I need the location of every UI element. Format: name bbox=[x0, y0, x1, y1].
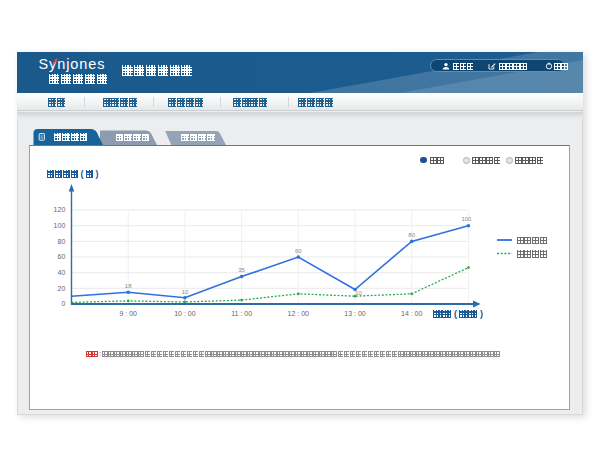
svg-text:11 : 00: 11 : 00 bbox=[231, 310, 252, 317]
svg-text:12 : 00: 12 : 00 bbox=[288, 310, 310, 317]
svg-text:60: 60 bbox=[295, 248, 302, 254]
svg-text:120: 120 bbox=[54, 206, 66, 213]
svg-text:10 : 00: 10 : 00 bbox=[174, 310, 196, 317]
svg-text:35: 35 bbox=[238, 267, 245, 273]
svg-text:100: 100 bbox=[54, 222, 66, 229]
svg-text:10: 10 bbox=[182, 289, 189, 295]
svg-text:80: 80 bbox=[58, 238, 66, 245]
svg-text:13 : 00: 13 : 00 bbox=[344, 310, 366, 317]
svg-text:20: 20 bbox=[58, 285, 66, 292]
svg-text:9 : 00: 9 : 00 bbox=[119, 310, 137, 317]
svg-text:60: 60 bbox=[58, 253, 66, 260]
svg-text:10: 10 bbox=[355, 290, 362, 296]
svg-text:0: 0 bbox=[61, 300, 65, 307]
svg-text:40: 40 bbox=[58, 269, 66, 276]
svg-text:80: 80 bbox=[408, 232, 415, 238]
svg-text:100: 100 bbox=[461, 216, 472, 222]
svg-text:18: 18 bbox=[125, 283, 132, 289]
svg-text:14 : 00: 14 : 00 bbox=[401, 310, 423, 317]
